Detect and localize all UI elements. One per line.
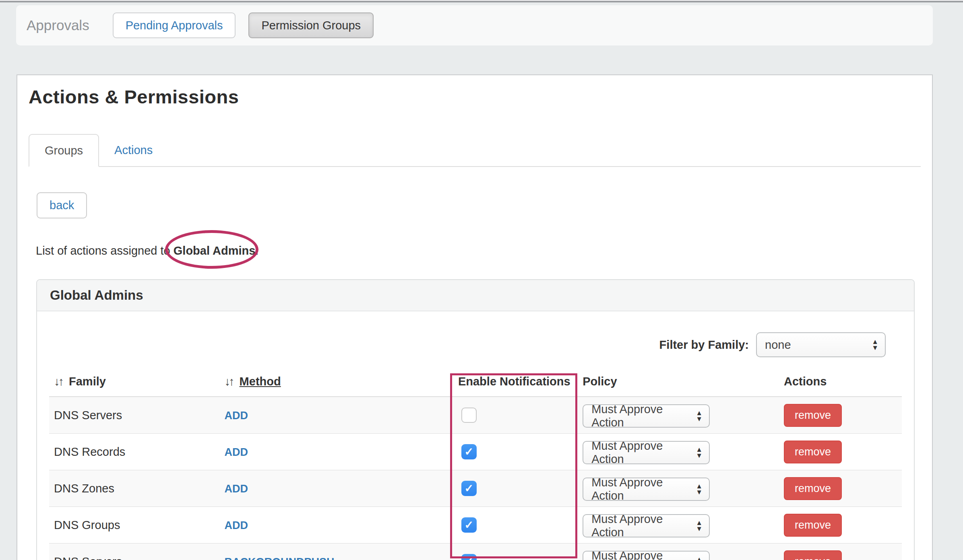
spinner-down-icon: ▼ [872,345,878,351]
permission-groups-button[interactable]: Permission Groups [248,12,374,38]
assigned-prefix: List of actions assigned to [36,244,174,257]
cell-policy: Must Approve Action ▲▼ [578,507,779,544]
cell-actions: remove [779,470,902,507]
method-link[interactable]: BACKGROUNDPUSH [225,556,335,560]
policy-value: Must Approve Action [591,476,692,502]
notifications-checkbox[interactable]: ✓ [461,517,477,533]
cell-policy: Must Approve Action ▲▼ [578,397,779,434]
cell-notifications: ✓ [453,470,578,507]
spinner-down-icon: ▼ [696,416,703,422]
cell-notifications: ✓ [453,544,578,560]
select-spinner-icon: ▲▼ [696,556,703,560]
cell-method: ADD [220,470,453,507]
remove-button[interactable]: remove [784,477,842,500]
page-title: Actions & Permissions [29,86,239,108]
method-link[interactable]: ADD [225,483,248,495]
table-row: DNS Zones ADD ✓ Must Approve Action ▲▼ r… [49,470,902,507]
back-button[interactable]: back [37,192,87,218]
cell-family: DNS Zones [49,470,220,507]
notifications-checkbox[interactable]: ✓ [461,444,477,459]
policy-select[interactable]: Must Approve Action ▲▼ [583,441,710,464]
header-actions: Actions [779,375,902,397]
pending-approvals-button[interactable]: Pending Approvals [113,12,236,38]
filter-row: Filter by Family: none ▲▼ [49,332,902,357]
cell-actions: remove [779,507,902,544]
spinner-down-icon: ▼ [696,489,703,495]
approvals-title: Approvals [27,17,89,33]
cell-notifications: ✓ [453,434,578,470]
cell-method: ADD [220,507,453,544]
policy-value: Must Approve Action [591,549,692,560]
table-row: DNS Groups ADD ✓ Must Approve Action ▲▼ … [49,507,902,544]
method-link[interactable]: ADD [225,446,248,458]
sort-icon: ↓↑ [225,375,233,388]
method-link[interactable]: ADD [225,410,248,422]
global-admins-card: Global Admins Filter by Family: none ▲▼ … [36,279,915,560]
table-row: DNS Records ADD ✓ Must Approve Action ▲▼… [49,434,902,470]
cell-family: DNS Records [49,434,220,470]
select-spinner-icon: ▲▼ [696,410,703,422]
table-row: DNS Servers ADD Must Approve Action ▲▼ r… [49,397,902,434]
policy-select[interactable]: Must Approve Action ▲▼ [583,514,710,537]
cell-family: DNS Servers [49,397,220,434]
policy-value: Must Approve Action [591,403,692,429]
cell-actions: remove [779,434,902,470]
notifications-checkbox[interactable] [461,408,477,423]
assigned-suffix: : [255,244,258,257]
family-label: DNS Zones [54,482,114,495]
policy-value: Must Approve Action [591,513,692,539]
global-admins-card-title: Global Admins [37,280,914,311]
notifications-checkbox[interactable]: ✓ [461,481,477,496]
actions-permissions-panel: Actions & Permissions Groups Actions bac… [17,74,933,560]
filter-by-family-label: Filter by Family: [659,338,749,352]
select-spinner-icon: ▲▼ [696,447,703,459]
cell-policy: Must Approve Action ▲▼ [578,544,779,560]
header-method[interactable]: ↓↑Method [220,375,453,397]
approvals-header-bar: Approvals Pending Approvals Permission G… [16,5,933,45]
policy-select[interactable]: Must Approve Action ▲▼ [583,551,710,560]
assigned-actions-text: List of actions assigned to Global Admin… [36,244,258,257]
tab-groups[interactable]: Groups [29,134,99,167]
spinner-down-icon: ▼ [696,526,703,532]
remove-button[interactable]: remove [784,404,842,427]
remove-button[interactable]: remove [784,441,842,463]
notifications-checkbox[interactable]: ✓ [461,554,477,560]
cell-notifications [453,397,578,434]
header-family-label: Family [69,375,106,388]
header-enable-notifications: Enable Notifications [453,375,578,397]
spinner-down-icon: ▼ [696,453,703,459]
policy-select[interactable]: Must Approve Action ▲▼ [583,404,710,428]
checkmark-icon: ✓ [465,556,474,560]
policy-select[interactable]: Must Approve Action ▲▼ [583,478,710,501]
remove-button[interactable]: remove [784,514,842,537]
select-spinner-icon: ▲▼ [872,339,878,351]
cell-notifications: ✓ [453,507,578,544]
table-row: DNS Servers BACKGROUNDPUSH ✓ Must Approv… [49,544,902,560]
select-spinner-icon: ▲▼ [696,483,703,495]
tab-actions[interactable]: Actions [99,134,168,166]
checkmark-icon: ✓ [465,483,474,494]
table-header-row: ↓↑Family ↓↑Method Enable Notifications P… [49,375,902,397]
cell-actions: remove [779,397,902,434]
checkmark-icon: ✓ [465,447,474,457]
cell-policy: Must Approve Action ▲▼ [578,470,779,507]
remove-button[interactable]: remove [784,550,842,560]
actions-table: ↓↑Family ↓↑Method Enable Notifications P… [49,375,902,560]
family-filter-value: none [765,338,791,352]
tab-bar: Groups Actions [29,135,921,167]
cell-actions: remove [779,544,902,560]
assigned-group-name: Global Admins [174,244,256,257]
cell-method: ADD [220,434,453,470]
header-policy: Policy [578,375,779,397]
family-filter-select[interactable]: none ▲▼ [756,332,886,357]
method-link[interactable]: ADD [225,519,248,531]
cell-method: BACKGROUNDPUSH [220,544,453,560]
checkmark-icon: ✓ [465,520,474,531]
header-family[interactable]: ↓↑Family [49,375,220,397]
cell-family: DNS Groups [49,507,220,544]
spinner-up-icon: ▲ [696,556,703,560]
cell-method: ADD [220,397,453,434]
family-label: DNS Groups [54,519,120,531]
cell-policy: Must Approve Action ▲▼ [578,434,779,470]
sort-icon: ↓↑ [54,375,62,388]
